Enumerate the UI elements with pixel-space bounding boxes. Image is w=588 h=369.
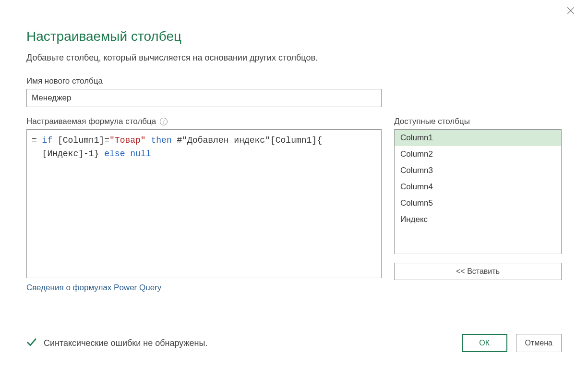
formula-editor[interactable]: = if [Column1]="Товар" then #"Добавлен и… (26, 129, 382, 278)
list-item[interactable]: Индекс (395, 211, 561, 228)
custom-column-dialog: Настраиваемый столбец Добавьте столбец, … (0, 0, 588, 369)
close-button[interactable] (566, 6, 579, 19)
list-item[interactable]: Column5 (395, 195, 561, 211)
list-item[interactable]: Column4 (395, 179, 561, 195)
insert-button[interactable]: << Вставить (394, 263, 562, 280)
list-item[interactable]: Column3 (395, 162, 561, 179)
cancel-button[interactable]: Отмена (516, 334, 562, 352)
formula-label: Настраиваемая формула столбца i (26, 117, 382, 126)
info-icon[interactable]: i (160, 118, 168, 125)
ok-button[interactable]: ОК (462, 334, 507, 352)
list-item[interactable]: Column1 (395, 130, 561, 146)
dialog-title: Настраиваемый столбец (26, 29, 562, 44)
close-icon (566, 6, 576, 15)
available-columns-list[interactable]: Column1 Column2 Column3 Column4 Column5 … (394, 129, 562, 254)
status-bar: Синтаксические ошибки не обнаружены. (26, 337, 207, 350)
available-columns-label: Доступные столбцы (394, 117, 562, 126)
new-column-input[interactable] (26, 89, 382, 107)
new-column-label: Имя нового столбца (26, 76, 562, 86)
formula-label-text: Настраиваемая формула столбца (26, 117, 156, 126)
help-link[interactable]: Сведения о формулах Power Query (26, 283, 161, 293)
status-text: Синтаксические ошибки не обнаружены. (44, 338, 207, 348)
check-icon (26, 337, 37, 350)
dialog-subtitle: Добавьте столбец, который вычисляется на… (26, 53, 562, 63)
list-item[interactable]: Column2 (395, 146, 561, 162)
